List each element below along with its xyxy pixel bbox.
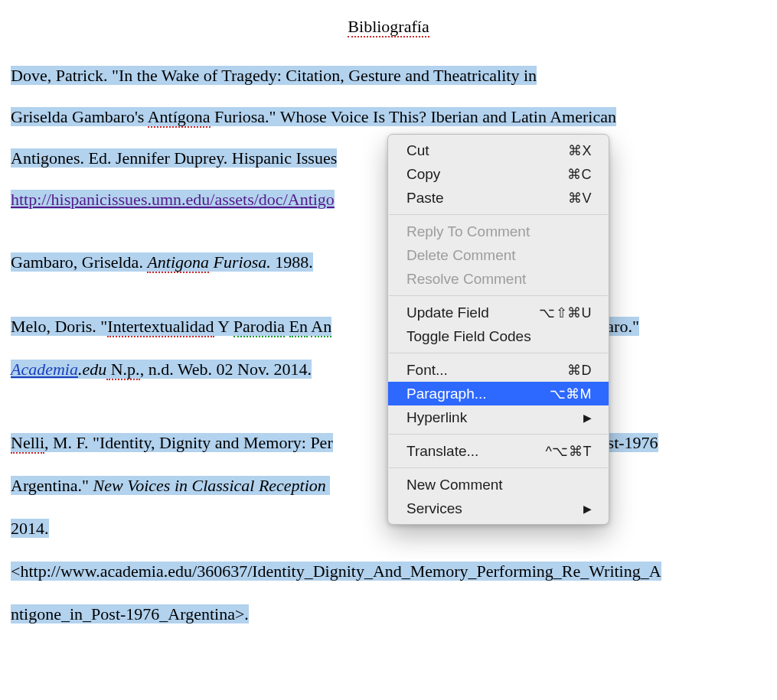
menu-new-comment[interactable]: New Comment xyxy=(388,473,609,497)
text[interactable]: Antigones. Ed. Jennifer Duprey. Hispanic… xyxy=(11,148,337,168)
page-title: Bibliografía xyxy=(11,15,766,38)
label: Copy xyxy=(406,166,440,183)
text[interactable]: Furiosa. xyxy=(209,252,271,272)
text[interactable]: Furiosa." Whose Voice Is This? Iberian a… xyxy=(211,107,616,126)
text[interactable]: ntigone_in_Post-1976_Argentina>. xyxy=(11,604,249,623)
text[interactable]: , M. F. "Identity, Dignity and Memory: P… xyxy=(44,433,333,452)
text[interactable]: Gambaro, Griselda. xyxy=(11,252,147,272)
text[interactable] xyxy=(285,317,289,336)
text[interactable]: Parodia xyxy=(233,317,285,337)
text[interactable]: .edu xyxy=(78,360,106,379)
text[interactable]: <http://www.academia.edu/360637/Identity… xyxy=(11,562,661,581)
label: Update Field xyxy=(406,304,489,321)
text[interactable]: Intertextualidad xyxy=(107,317,214,337)
menu-hyperlink[interactable]: Hyperlink ▶ xyxy=(388,405,609,429)
menu-separator xyxy=(389,434,608,435)
menu-font[interactable]: Font... ⌘D xyxy=(388,358,609,382)
shortcut: ^⌥⌘T xyxy=(546,443,592,460)
text[interactable]: Antígona xyxy=(148,107,211,128)
label: Hyperlink xyxy=(406,409,467,426)
submenu-arrow-icon: ▶ xyxy=(583,503,592,515)
text[interactable]: Argentina." xyxy=(11,476,93,495)
shortcut: ⌥⌘M xyxy=(550,386,593,402)
label: Reply To Comment xyxy=(406,223,530,240)
menu-paste[interactable]: Paste ⌘V xyxy=(388,186,609,210)
label: Paste xyxy=(406,190,444,207)
label: Delete Comment xyxy=(406,247,516,264)
label: New Comment xyxy=(406,477,503,493)
shortcut: ⌘C xyxy=(567,166,592,183)
text[interactable]: Nelli xyxy=(11,433,44,454)
label: Font... xyxy=(406,362,448,379)
context-menu: Cut ⌘X Copy ⌘C Paste ⌘V Reply To Comment… xyxy=(387,134,609,525)
menu-reply-comment: Reply To Comment xyxy=(388,220,609,243)
label: Toggle Field Codes xyxy=(406,328,531,345)
text[interactable]: An xyxy=(311,317,331,337)
menu-resolve-comment: Resolve Comment xyxy=(388,267,609,291)
menu-separator xyxy=(389,467,608,468)
menu-services[interactable]: Services ▶ xyxy=(388,497,609,520)
label: Cut xyxy=(406,142,429,159)
menu-copy[interactable]: Copy ⌘C xyxy=(388,162,609,186)
menu-separator xyxy=(389,295,608,296)
text[interactable]: Dove, Patrick. "In the Wake of Tragedy: … xyxy=(11,66,537,85)
text[interactable]: Y xyxy=(214,317,233,336)
text[interactable]: Melo, Doris. " xyxy=(11,317,107,336)
hyperlink-text[interactable]: Academia xyxy=(11,360,78,379)
menu-update-field[interactable]: Update Field ⌥⇧⌘U xyxy=(388,301,609,324)
text[interactable]: New Voices in Classical Reception xyxy=(93,476,331,495)
hyperlink-text[interactable]: http://hispanicissues.umn.edu/assets/doc… xyxy=(11,190,335,209)
text[interactable]: 2014. xyxy=(11,519,49,538)
menu-toggle-field-codes[interactable]: Toggle Field Codes xyxy=(388,324,609,348)
text[interactable]: , n.d. Web. 02 Nov. 2014. xyxy=(140,360,312,379)
shortcut: ⌘D xyxy=(567,362,592,379)
label: Services xyxy=(406,500,462,517)
shortcut: ⌘X xyxy=(568,142,592,159)
text[interactable]: 1988. xyxy=(271,252,313,272)
menu-paragraph[interactable]: Paragraph... ⌥⌘M xyxy=(388,382,609,405)
text[interactable]: En xyxy=(289,317,308,337)
text[interactable]: N.p. xyxy=(106,360,139,380)
text[interactable]: Antigona xyxy=(147,252,209,273)
shortcut: ⌥⇧⌘U xyxy=(539,304,592,321)
shortcut: ⌘V xyxy=(568,190,592,207)
label: Paragraph... xyxy=(406,386,487,402)
menu-translate[interactable]: Translate... ^⌥⌘T xyxy=(388,439,609,463)
text[interactable]: Griselda Gambaro's xyxy=(11,107,148,126)
title-text: Bibliografía xyxy=(348,17,429,37)
label: Resolve Comment xyxy=(406,271,526,288)
menu-delete-comment: Delete Comment xyxy=(388,243,609,267)
menu-cut[interactable]: Cut ⌘X xyxy=(388,138,609,162)
submenu-arrow-icon: ▶ xyxy=(583,412,592,424)
label: Translate... xyxy=(406,443,478,460)
menu-separator xyxy=(389,214,608,215)
menu-separator xyxy=(389,353,608,353)
